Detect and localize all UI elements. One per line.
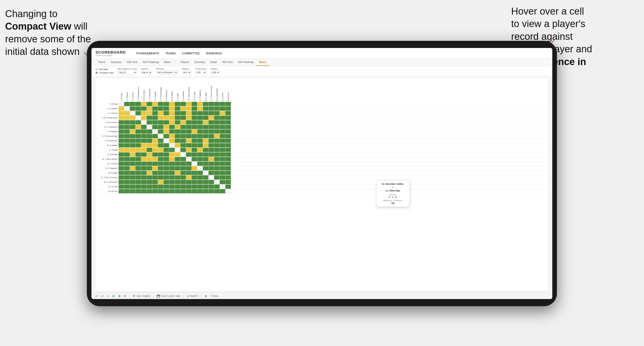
- matrix-cell[interactable]: [152, 157, 158, 161]
- forward-btn[interactable]: ⇥: [101, 294, 103, 298]
- matrix-cell[interactable]: [180, 134, 186, 138]
- matrix-cell[interactable]: [124, 180, 130, 184]
- matrix-cell[interactable]: [152, 125, 158, 129]
- matrix-cell[interactable]: [135, 184, 141, 189]
- matrix-cell[interactable]: [203, 143, 208, 147]
- matrix-cell[interactable]: [180, 162, 186, 166]
- matrix-cell[interactable]: [186, 106, 192, 111]
- matrix-cell[interactable]: [220, 157, 225, 161]
- tab-matrix-active[interactable]: Matrix: [256, 59, 269, 66]
- matrix-cell[interactable]: [147, 134, 152, 138]
- matrix-cell[interactable]: [186, 152, 192, 157]
- tab-players-summary[interactable]: Summary: [192, 59, 208, 66]
- matrix-cell[interactable]: [169, 175, 175, 180]
- matrix-cell[interactable]: [163, 143, 169, 147]
- matrix-cell[interactable]: [175, 125, 180, 129]
- matrix-cell[interactable]: [180, 116, 186, 120]
- matrix-cell[interactable]: [124, 148, 130, 152]
- matrix-cell[interactable]: [192, 152, 197, 157]
- matrix-cell[interactable]: [214, 134, 220, 138]
- matrix-cell[interactable]: [141, 175, 147, 180]
- matrix-cell[interactable]: [158, 111, 163, 115]
- matrix-cell[interactable]: [197, 171, 203, 175]
- matrix-cell[interactable]: [152, 152, 158, 157]
- matrix-cell[interactable]: [141, 102, 147, 106]
- share-btn[interactable]: ⤴ Share: [210, 294, 218, 298]
- matrix-cell[interactable]: [135, 129, 141, 134]
- matrix-cell[interactable]: [152, 171, 158, 175]
- matrix-cell[interactable]: [220, 129, 225, 134]
- nav-teams[interactable]: TEAMS: [165, 51, 176, 56]
- matrix-cell[interactable]: [119, 180, 124, 184]
- matrix-cell[interactable]: [169, 143, 175, 147]
- matrix-cell[interactable]: [186, 102, 192, 106]
- matrix-cell[interactable]: [197, 134, 203, 138]
- matrix-cell[interactable]: [152, 111, 158, 115]
- matrix-cell[interactable]: [203, 125, 208, 129]
- nav-rankings[interactable]: RANKINGS: [206, 51, 222, 56]
- tab-h2h-heatmap[interactable]: H2H Heatmap: [140, 59, 161, 66]
- matrix-cell[interactable]: [197, 129, 203, 134]
- matrix-cell[interactable]: [135, 180, 141, 184]
- matrix-cell[interactable]: [175, 180, 180, 184]
- tab-matrix-group1[interactable]: Matrix: [161, 59, 173, 66]
- matrix-cell[interactable]: [147, 143, 152, 147]
- matrix-cell[interactable]: [203, 162, 208, 166]
- matrix-cell[interactable]: [186, 171, 192, 175]
- matrix-cell[interactable]: [220, 116, 225, 120]
- matrix-cell[interactable]: [130, 171, 135, 175]
- matrix-cell[interactable]: [214, 171, 220, 175]
- matrix-cell[interactable]: [119, 120, 124, 125]
- matrix-cell[interactable]: [163, 125, 169, 129]
- tab-teams[interactable]: Teams: [96, 59, 108, 66]
- matrix-cell[interactable]: [152, 189, 158, 193]
- matrix-cell[interactable]: [220, 143, 225, 147]
- matrix-cell[interactable]: [186, 175, 192, 180]
- matrix-cell[interactable]: [147, 111, 152, 115]
- matrix-cell[interactable]: [152, 148, 158, 152]
- matrix-cell[interactable]: [208, 184, 214, 189]
- matrix-cell[interactable]: [180, 166, 186, 170]
- matrix-cell[interactable]: [208, 152, 214, 157]
- matrix-cell[interactable]: [147, 120, 152, 125]
- matrix-cell[interactable]: [158, 184, 163, 189]
- matrix-cell[interactable]: [130, 166, 135, 170]
- matrix-cell[interactable]: [135, 111, 141, 115]
- matrix-cell[interactable]: [130, 189, 135, 193]
- matrix-cell[interactable]: [225, 148, 231, 152]
- matrix-cell[interactable]: [147, 189, 152, 193]
- watch-btn[interactable]: ⊙ Watch ▾: [187, 294, 198, 298]
- matrix-cell[interactable]: [220, 106, 225, 111]
- matrix-cell[interactable]: [214, 157, 220, 161]
- settings-btn[interactable]: ⚙: [124, 294, 126, 298]
- matrix-cell[interactable]: [158, 148, 163, 152]
- matrix-cell[interactable]: [214, 143, 220, 147]
- matrix-cell[interactable]: [141, 184, 147, 189]
- matrix-cell[interactable]: [163, 139, 169, 143]
- matrix-cell[interactable]: [119, 166, 124, 170]
- matrix-cell[interactable]: [135, 116, 141, 120]
- matrix-cell[interactable]: [124, 157, 130, 161]
- compact-view-radio[interactable]: [96, 72, 98, 74]
- matrix-cell[interactable]: [208, 134, 214, 138]
- matrix-cell[interactable]: [214, 111, 220, 115]
- matrix-cell[interactable]: [147, 106, 152, 111]
- matrix-cell[interactable]: [158, 139, 163, 143]
- matrix-cell[interactable]: [135, 157, 141, 161]
- matrix-cell[interactable]: [141, 116, 147, 120]
- matrix-cell[interactable]: [124, 139, 130, 143]
- conference-select[interactable]: (All) (All): [195, 70, 207, 75]
- matrix-cell[interactable]: [203, 106, 208, 111]
- matrix-cell[interactable]: [214, 162, 220, 166]
- matrix-cell[interactable]: [130, 162, 135, 166]
- matrix-cell[interactable]: [197, 120, 203, 125]
- matrix-cell[interactable]: [119, 171, 124, 175]
- matrix-cell[interactable]: [220, 125, 225, 129]
- matrix-cell[interactable]: [180, 129, 186, 134]
- matrix-cell[interactable]: [175, 152, 180, 157]
- matrix-cell[interactable]: [175, 166, 180, 170]
- matrix-cell[interactable]: [152, 106, 158, 111]
- matrix-cell[interactable]: [119, 162, 124, 166]
- matrix-cell[interactable]: [135, 120, 141, 125]
- matrix-cell[interactable]: [130, 148, 135, 152]
